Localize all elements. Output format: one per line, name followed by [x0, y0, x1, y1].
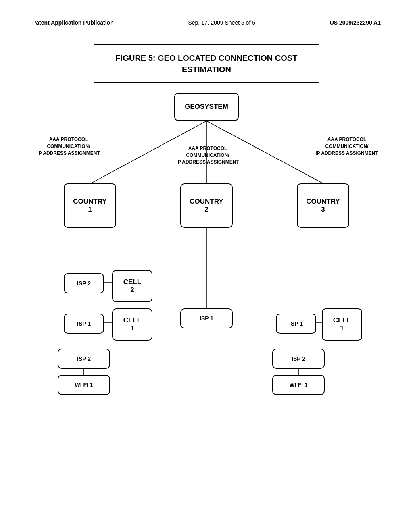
- country3-num: 3: [321, 206, 325, 214]
- country2-num: 2: [204, 206, 208, 214]
- cell1-right-label: CELL: [333, 316, 351, 324]
- country3-box: COUNTRY 3: [297, 183, 349, 228]
- country3-label: COUNTRY: [306, 197, 340, 206]
- isp2-right-label: ISP 2: [292, 355, 305, 362]
- title-box: FIGURE 5: GEO LOCATED CONNECTION COST ES…: [94, 44, 319, 83]
- isp1-mid-box: ISP 1: [180, 308, 233, 328]
- cell2-left-label: CELL: [123, 278, 141, 286]
- cell2-left-num: 2: [130, 286, 134, 294]
- isp2-left-label: ISP 2: [77, 280, 91, 287]
- cell1-right-num: 1: [340, 324, 344, 332]
- wifi1-left-box: WI FI 1: [58, 375, 110, 395]
- header-right: US 2009/232290 A1: [330, 19, 381, 26]
- aaa-label-left: AAA PROTOCOLCOMMUNICATION/IP ADDRESS ASS…: [36, 136, 101, 156]
- cell1-left-label: CELL: [123, 316, 141, 324]
- country2-label: COUNTRY: [190, 197, 223, 206]
- header: Patent Application Publication Sep. 17, …: [0, 19, 413, 26]
- isp1-mid-label: ISP 1: [200, 315, 213, 322]
- isp1-right-label: ISP 1: [289, 320, 303, 327]
- cell1-right-box: CELL 1: [322, 308, 362, 341]
- aaa-label-center: AAA PROTOCOLCOMMUNICATION/IP ADDRESS ASS…: [169, 145, 246, 165]
- isp1-left-box: ISP 1: [64, 314, 104, 334]
- country1-num: 1: [88, 206, 92, 214]
- isp2b-left-box: ISP 2: [58, 349, 110, 369]
- wifi1-right-label: WI FI 1: [289, 382, 307, 388]
- cell1-left-box: CELL 1: [112, 308, 152, 341]
- isp2b-left-label: ISP 2: [77, 355, 91, 362]
- country1-label: COUNTRY: [73, 197, 106, 206]
- cell2-left-box: CELL 2: [112, 270, 152, 302]
- wifi1-left-label: WI FI 1: [75, 382, 93, 388]
- isp1-left-label: ISP 1: [77, 320, 91, 327]
- cell1-left-num: 1: [130, 324, 134, 332]
- geosystem-label: GEOSYSTEM: [185, 103, 228, 111]
- diagram: AAA PROTOCOLCOMMUNICATION/IP ADDRESS ASS…: [20, 93, 393, 496]
- wifi1-right-box: WI FI 1: [272, 375, 325, 395]
- isp2-right-box: ISP 2: [272, 349, 325, 369]
- header-left: Patent Application Publication: [32, 19, 114, 26]
- page: Patent Application Publication Sep. 17, …: [0, 0, 413, 532]
- isp1-right-box: ISP 1: [276, 314, 316, 334]
- aaa-label-right: AAA PROTOCOLCOMMUNICATION/IP ADDRESS ASS…: [315, 136, 379, 156]
- country1-box: COUNTRY 1: [64, 183, 116, 228]
- geosystem-box: GEOSYSTEM: [174, 93, 239, 121]
- country2-box: COUNTRY 2: [180, 183, 233, 228]
- isp2-left-box: ISP 2: [64, 273, 104, 293]
- header-center: Sep. 17, 2009 Sheet 5 of 5: [188, 19, 255, 26]
- title-text: FIGURE 5: GEO LOCATED CONNECTION COST ES…: [111, 52, 302, 75]
